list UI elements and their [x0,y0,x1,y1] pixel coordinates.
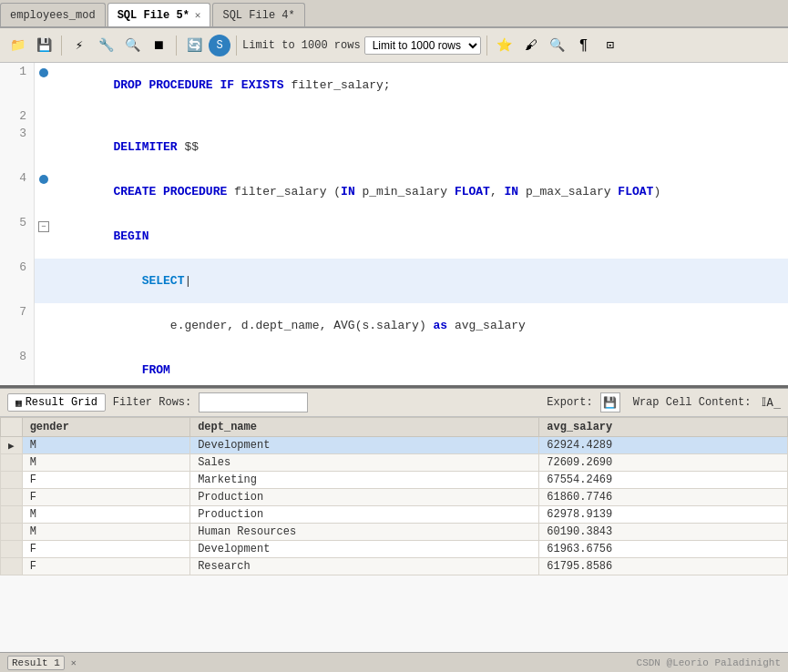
kw-select: SELECT [113,274,184,288]
tab-sql-file-5[interactable]: SQL File 5* ✕ [107,3,211,26]
code-lines: 1 DROP PROCEDURE IF EXISTS filter_salary… [0,63,788,388]
col-header-indicator [1,418,23,437]
code-line-3: 3 DELIMITER $$ [0,125,788,169]
col-header-gender[interactable]: gender [22,418,190,437]
refresh-button[interactable]: 🔄 [182,34,206,57]
cell-dept_name: Production [190,506,539,524]
line-marker-3 [35,125,53,169]
tab-sql-file-5-label: SQL File 5* [118,9,189,22]
cell-gender: M [22,506,190,524]
line-content-7: e.gender, d.dept_name, AVG(s.salary) as … [53,303,788,348]
row-indicator [1,558,23,575]
id-delimiter-val: $$ [178,140,199,154]
stop-button[interactable]: ⏹ [147,34,170,57]
col-header-avg-salary[interactable]: avg_salary [539,418,788,437]
kw-begin: BEGIN [113,229,148,243]
line-marker-4 [35,169,53,214]
table-row: FDevelopment61963.6756 [1,541,788,558]
tab-sql-file-4-label: SQL File 4* [222,9,294,22]
cell-gender: F [22,489,190,506]
code-line-6: 6 SELECT [0,259,788,303]
kw-as: as [434,319,448,332]
kw-drop: DROP PROCEDURE IF EXISTS [113,78,283,92]
line-marker-7 [35,303,53,348]
execute-selection-button[interactable]: 🔧 [94,34,118,57]
help-button[interactable]: ¶ [572,34,596,57]
line-num-6: 6 [0,259,35,303]
kw-delimiter: DELIMITER [113,140,177,154]
toolbar: 📁 💾 ⚡ 🔧 🔍 ⏹ 🔄 S Limit to 1000 rows Limit… [0,28,788,63]
id-alias: avg_salary [447,319,526,332]
row-indicator [1,472,23,489]
line-num-4: 4 [0,169,35,214]
breakpoint-dot-4[interactable] [39,175,48,184]
col-header-dept-name[interactable]: dept_name [190,418,539,437]
line-num-8: 8 [0,348,35,388]
export-label: Export: [547,396,592,409]
line-num-3: 3 [0,125,35,169]
id-avg-arg: (s.salary) [355,319,434,332]
result-grid-tab[interactable]: ▦ Result Grid [7,393,106,412]
row-indicator: ▶ [1,437,23,454]
save-button[interactable]: 💾 [32,34,56,57]
results-toolbar: ▦ Result Grid Filter Rows: Export: 💾 Wra… [0,388,788,417]
wrap-icon[interactable]: 𝕀A̲ [762,395,781,410]
tab-employees-mod[interactable]: employees_mod [0,3,106,26]
filter-input[interactable] [199,392,308,412]
line-content-1: DROP PROCEDURE IF EXISTS filter_salary; [53,63,788,107]
tab-sql-file-5-close[interactable]: ✕ [195,9,201,21]
id-filter-salary: filter_salary; [284,78,391,92]
more-button[interactable]: ⊡ [599,34,622,57]
breakpoint-dot-1[interactable] [39,68,48,77]
table-row: MProduction62978.9139 [1,506,788,524]
results-panel: ▦ Result Grid Filter Rows: Export: 💾 Wra… [0,388,788,652]
result-tab-btn[interactable]: Result 1 [7,656,65,670]
cell-dept_name: Sales [190,454,539,472]
result-tab-bottom: Result 1 ✕ [7,656,77,670]
kw-in1: IN [341,185,355,199]
line-num-1: 1 [0,63,35,107]
cell-avg_salary: 62978.9139 [539,506,788,524]
search-replace-button[interactable]: 🔍 [546,34,569,57]
cell-avg_salary: 61860.7746 [539,489,788,506]
cell-avg_salary: 67554.2469 [539,472,788,489]
schema-button[interactable]: S [209,35,230,56]
line-content-2 [53,107,788,125]
export-button[interactable]: 💾 [600,392,620,412]
limit-label: Limit to 1000 rows [242,39,361,52]
table-row: FProduction61860.7746 [1,489,788,506]
cell-dept_name: Development [190,437,539,454]
star-button[interactable]: ⭐ [493,34,517,57]
result-grid-label: Result Grid [26,396,97,409]
line-marker-2 [35,107,53,125]
table-row: ▶MDevelopment62924.4289 [1,437,788,454]
toolbar-sep-3 [236,36,237,56]
editor-area[interactable]: 1 DROP PROCEDURE IF EXISTS filter_salary… [0,63,788,388]
cell-gender: M [22,524,190,541]
table-row: FResearch61795.8586 [1,558,788,575]
line-marker-1 [35,63,53,107]
line-content-5: BEGIN [53,214,788,259]
result-tab-label: Result 1 [12,657,60,668]
result-table-wrap[interactable]: gender dept_name avg_salary ▶MDevelopmen… [0,417,788,652]
toolbar-sep-1 [61,36,62,56]
result-tab-close[interactable]: ✕ [71,657,77,668]
execute-button[interactable]: ⚡ [67,34,91,57]
collapse-icon-5[interactable]: − [38,221,49,232]
kw-in2: IN [505,185,519,199]
id-comma: , [490,185,505,199]
cell-gender: F [22,472,190,489]
table-header-row: gender dept_name avg_salary [1,418,788,437]
explain-button[interactable]: 🔍 [120,34,144,57]
id-param1: p_min_salary [355,185,455,199]
line-num-7: 7 [0,303,35,348]
open-folder-button[interactable]: 📁 [5,34,29,57]
limit-dropdown[interactable]: Limit to 1000 rows Limit to 200 rows Don… [364,36,481,55]
kw-float2: FLOAT [618,185,653,199]
id-proc-name: filter_salary ( [227,185,341,199]
brush-button[interactable]: 🖌 [519,34,543,57]
id-param2: p_max_salary [518,185,618,199]
tab-sql-file-4[interactable]: SQL File 4* [212,3,304,26]
cell-avg_salary: 61795.8586 [539,558,788,575]
filter-label: Filter Rows: [113,396,191,409]
